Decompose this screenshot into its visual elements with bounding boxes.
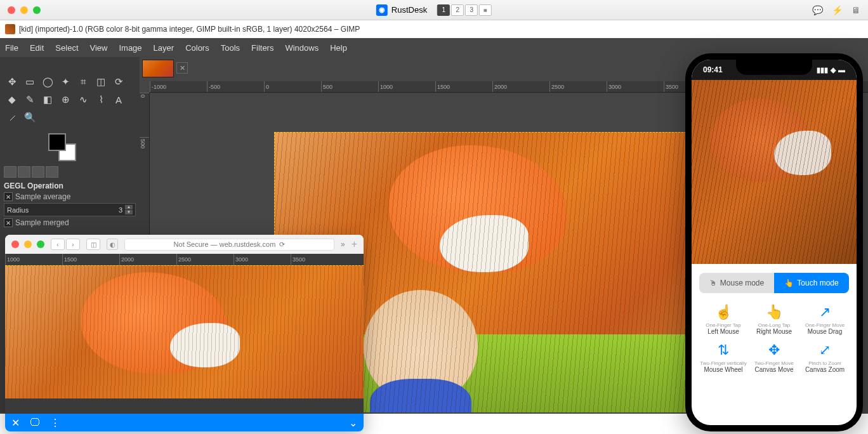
image-thumb[interactable]: [142, 60, 174, 77]
privacy-shield-icon[interactable]: ◐: [107, 239, 118, 250]
gesture-grid: ☝ One-Finger Tap Left Mouse 👆 One-Long T…: [699, 303, 849, 373]
maximize-icon[interactable]: [37, 240, 44, 248]
phone-remote-view[interactable]: [692, 80, 857, 264]
gesture-label: Mouse Wheel: [699, 366, 747, 373]
phone-frame: 09:41 ▮▮▮ ◈ ▬ 🖱 Mouse mode 👆 Touch mode: [685, 53, 863, 431]
menu-help[interactable]: Help: [330, 43, 347, 53]
menu-file[interactable]: File: [5, 43, 18, 53]
gesture-label: Left Mouse: [699, 328, 747, 335]
fg-color-icon[interactable]: [48, 133, 66, 151]
menu-filters[interactable]: Filters: [251, 43, 273, 53]
menu-layer[interactable]: Layer: [154, 43, 174, 53]
back-button[interactable]: ‹: [51, 239, 65, 250]
chat-icon[interactable]: 💬: [812, 5, 823, 15]
dock-tab-3[interactable]: [32, 166, 44, 178]
close-session-icon[interactable]: ✕: [11, 417, 20, 429]
gimp-titlebar: [kid] (imported)-1.0 (RGB color 8-bit ga…: [0, 20, 868, 38]
forward-button[interactable]: ›: [66, 239, 80, 250]
warp-icon[interactable]: ⟳: [110, 74, 127, 90]
sample-merged-row[interactable]: ✕ Sample merged: [4, 216, 136, 229]
brush-icon[interactable]: ✎: [22, 91, 38, 108]
menubar-center: ◉ RustDesk 1 2 3 ▦: [376, 4, 492, 16]
menu-image[interactable]: Image: [119, 43, 141, 53]
menu-view[interactable]: View: [90, 43, 108, 53]
mouse-mode-button[interactable]: 🖱 Mouse mode: [699, 273, 774, 293]
clone-icon[interactable]: ⊕: [57, 91, 74, 108]
bolt-icon[interactable]: ⚡: [832, 5, 843, 15]
mouse-mode-label: Mouse mode: [720, 279, 764, 287]
sample-average-row[interactable]: ✕ Sample average: [4, 190, 136, 203]
maximize-icon[interactable]: [33, 6, 41, 14]
dock-tab-2[interactable]: [18, 166, 30, 178]
ruler-tick: 1500: [435, 81, 492, 92]
address-text: Not Secure — web.rustdesk.com: [174, 240, 276, 248]
lasso-icon[interactable]: ◯: [39, 74, 56, 90]
gesture-sub: Pinch to Zoom: [801, 360, 849, 366]
browser-remote-view[interactable]: [5, 265, 364, 398]
phone-screen: 09:41 ▮▮▮ ◈ ▬ 🖱 Mouse mode 👆 Touch mode: [692, 60, 857, 425]
stepper-up-icon[interactable]: ▲: [125, 205, 133, 209]
display-icon[interactable]: 🖥: [852, 5, 860, 15]
sidebar-button[interactable]: ◫: [86, 239, 100, 250]
sample-merged-check-icon[interactable]: ✕: [4, 218, 13, 227]
more-icon[interactable]: ⋮: [50, 417, 60, 429]
scroll-icon: ⇅: [699, 341, 747, 359]
menu-select[interactable]: Select: [55, 43, 78, 53]
ruler-tick: 0: [264, 81, 321, 92]
mac-menubar: ◉ RustDesk 1 2 3 ▦ 💬 ⚡ 🖥: [0, 0, 868, 20]
ruler-tick: 2500: [176, 254, 233, 265]
rect-select-icon[interactable]: ▭: [22, 74, 38, 90]
stepper-down-icon[interactable]: ▼: [125, 210, 133, 214]
path-icon[interactable]: ⌇: [93, 91, 109, 108]
smudge-icon[interactable]: ∿: [75, 91, 91, 108]
app-badge[interactable]: ◉ RustDesk: [376, 4, 427, 16]
workspace-2[interactable]: 2: [451, 4, 464, 16]
workspace-grid[interactable]: ▦: [479, 4, 492, 16]
touch-panel: 🖱 Mouse mode 👆 Touch mode ☝ One-Finger T…: [692, 264, 857, 382]
status-icons: ▮▮▮ ◈ ▬: [817, 66, 845, 74]
transform-icon[interactable]: ◫: [93, 74, 109, 90]
close-icon[interactable]: [11, 240, 19, 248]
tabs-overflow-icon[interactable]: »: [341, 240, 345, 249]
color-swatch[interactable]: [48, 133, 76, 161]
eraser-icon[interactable]: ◧: [39, 91, 56, 108]
dock-tab-1[interactable]: [4, 166, 16, 178]
chevron-down-icon[interactable]: ⌄: [349, 417, 357, 429]
radius-stepper[interactable]: ▲▼: [125, 205, 133, 214]
workspace-1[interactable]: 1: [437, 4, 450, 16]
move-tool-icon[interactable]: ✥: [4, 74, 20, 90]
wand-icon[interactable]: ✦: [57, 74, 74, 90]
pan-icon: ✥: [750, 341, 798, 359]
crop-icon[interactable]: ⌗: [75, 74, 91, 90]
address-bar[interactable]: Not Secure — web.rustdesk.com ⟳: [124, 239, 334, 251]
ruler-tick: 3500: [291, 254, 348, 265]
sample-average-check-icon[interactable]: ✕: [4, 192, 13, 201]
gesture-wheel: ⇅ Two-Finger vertically Mouse Wheel: [699, 341, 747, 373]
bucket-icon[interactable]: ◆: [4, 91, 20, 108]
reload-icon[interactable]: ⟳: [279, 240, 285, 249]
gimp-title-text: [kid] (imported)-1.0 (RGB color 8-bit ga…: [19, 25, 360, 34]
touch-mode-button[interactable]: 👆 Touch mode: [774, 273, 849, 293]
gesture-mouse-drag: ↗ One-Finger Move Mouse Drag: [801, 303, 849, 335]
menu-tools[interactable]: Tools: [221, 43, 240, 53]
menu-edit[interactable]: Edit: [30, 43, 44, 53]
radius-row[interactable]: Radius 3 ▲▼: [4, 203, 136, 216]
tab-close-icon[interactable]: ✕: [176, 62, 188, 74]
text-icon[interactable]: A: [110, 91, 127, 108]
ruler-tick: 2000: [119, 254, 176, 265]
ruler-tick: 1000: [5, 254, 62, 265]
gesture-left-mouse: ☝ One-Finger Tap Left Mouse: [699, 303, 747, 335]
ruler-tick: 500: [140, 137, 149, 181]
close-icon[interactable]: [8, 6, 15, 14]
dock-tab-4[interactable]: [46, 166, 58, 178]
zoom-icon[interactable]: 🔍: [22, 109, 38, 126]
gesture-sub: One-Finger Tap: [699, 322, 747, 328]
workspace-3[interactable]: 3: [465, 4, 478, 16]
minimize-icon[interactable]: [24, 240, 32, 248]
measure-icon[interactable]: ⟋: [4, 109, 20, 126]
new-tab-button[interactable]: +: [352, 239, 357, 250]
menu-windows[interactable]: Windows: [285, 43, 319, 53]
minimize-icon[interactable]: [20, 6, 28, 14]
display-icon[interactable]: 🖵: [30, 417, 40, 428]
menu-colors[interactable]: Colors: [185, 43, 209, 53]
